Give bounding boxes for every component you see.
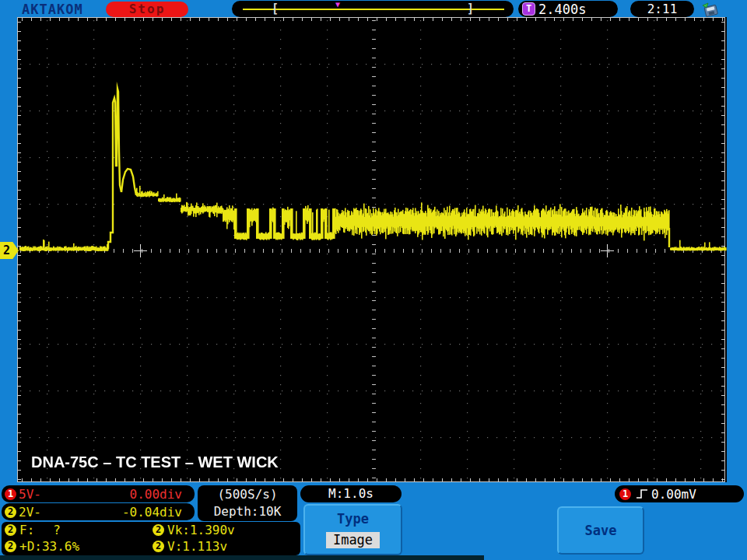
type-selected-value[interactable]: Image [326,532,380,548]
channel2-status-pill: 2 2V- -0.04div [2,503,195,520]
channel2-badge: 2 [5,506,16,518]
timebase-readout: M:1.0s [300,485,402,502]
measurement-channel-badge: 2 [153,541,164,552]
footer-strip [0,555,484,560]
measurement-value: 33.6% [42,539,79,554]
trigger-position-line [243,9,504,10]
trigger-position-bar[interactable]: [ ] ▼ [232,1,514,17]
clock-readout: 2:11 [630,1,694,17]
channel1-badge: 1 [5,488,16,500]
waveform-display [17,17,727,482]
channel1-status-pill: 1 5V- 0.00div [2,485,195,502]
measurement-channel-badge: 2 [5,524,16,536]
type-menu-button[interactable]: Type Image [303,504,402,555]
measurement-frequency: 2 F: ? [5,523,153,537]
sample-rate-value: (500S/s) [198,486,297,503]
window-bracket-left: [ [272,2,279,16]
channel1-scale: 5V- [19,487,41,502]
type-label: Type [305,511,401,527]
measurement-label: Vk: [167,523,190,537]
run-state-button[interactable]: Stop [106,2,188,17]
channel2-position-marker[interactable]: 2 [0,242,19,259]
channel2-offset: -0.04div [122,505,182,520]
trigger-time-value: 2.400s [538,2,586,17]
measurement-value: 1.390v [190,523,235,537]
brand-logo: AKTAKOM [22,2,83,17]
acquisition-info-box: (500S/s) Depth:10K [198,485,297,521]
measurement-voltage: 2 V: 1.113v [153,539,299,554]
measurement-value: ? [53,523,61,537]
measurement-value: 1.113v [182,539,227,554]
record-depth-value: Depth:10K [198,503,297,520]
measurement-label: V: [167,539,182,554]
measurement-channel-badge: 2 [5,541,16,552]
measurement-duty: 2 +D: 33.6% [5,539,153,554]
save-button[interactable]: Save [557,506,644,555]
measurement-label: F: [19,523,34,537]
channel1-offset: 0.00div [130,487,182,502]
trigger-level-readout: 1 0.00mV [615,485,744,502]
trigger-position-marker-icon: ▼ [335,1,340,9]
measurement-channel-badge: 2 [153,524,164,536]
usb-storage-icon [700,1,721,17]
rising-edge-icon [636,488,648,500]
channel2-scale: 2V- [19,505,41,520]
measurement-vk: 2 Vk: 1.390v [153,523,299,537]
measurements-panel: 2 F: ? 2 Vk: 1.390v 2 +D: 33.6% 2 V: 1.1… [2,522,300,555]
trigger-level-value: 0.00mV [651,487,696,502]
trigger-t-icon: T [522,2,535,16]
measurement-label: +D: [19,539,42,554]
trigger-time-readout: T 2.400s [518,1,618,17]
annotation-text: DNA-75C – TC TEST – WET WICK [31,453,279,471]
window-bracket-right: ] [467,2,474,16]
trigger-source-badge: 1 [619,488,631,500]
